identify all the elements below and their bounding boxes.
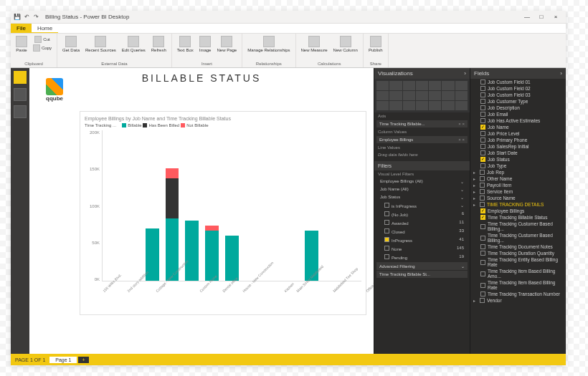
field-item[interactable]: Time Tracking Transaction Number xyxy=(470,291,566,297)
viz-type-icon[interactable] xyxy=(455,81,468,90)
qat-save-icon[interactable]: 💾 xyxy=(14,14,21,21)
viz-type-icon[interactable] xyxy=(455,101,468,110)
viz-type-icon[interactable] xyxy=(429,101,441,110)
bar-column xyxy=(222,236,242,281)
field-item[interactable]: ▸Service Item xyxy=(470,188,566,195)
field-item[interactable]: Job Email xyxy=(470,111,566,117)
tab-file[interactable]: File xyxy=(11,24,32,33)
add-page-button[interactable]: + xyxy=(78,357,88,363)
collapse-icon[interactable]: › xyxy=(560,70,562,77)
viz-type-icon[interactable] xyxy=(389,101,402,110)
viz-type-icon[interactable] xyxy=(416,81,428,90)
filter-item[interactable]: Pending19 xyxy=(374,253,470,261)
viz-type-icon[interactable] xyxy=(403,101,415,110)
text-box-button[interactable]: Text Box xyxy=(175,35,196,53)
field-item[interactable]: Job Customer Type xyxy=(470,98,566,105)
viz-type-icon[interactable] xyxy=(416,101,428,110)
manage-relationships-button[interactable]: Manage Relationships xyxy=(245,35,292,53)
field-item[interactable]: ▸Vendor xyxy=(470,297,566,304)
advanced-filtering[interactable]: Advanced Filtering⌄ xyxy=(376,262,468,270)
field-item[interactable]: Time Tracking Entity Based Billing Rate xyxy=(470,256,566,268)
field-item[interactable]: Job Start Date xyxy=(470,150,566,156)
filter-item[interactable]: Job Status⌄ xyxy=(374,193,470,201)
field-item[interactable]: Time Tracking Document Notes xyxy=(470,244,566,250)
edit-queries-button[interactable]: Edit Queries xyxy=(120,35,148,53)
data-view-button[interactable] xyxy=(14,88,27,101)
minimize-button[interactable]: — xyxy=(520,14,534,20)
field-item[interactable]: Job Primary Phone xyxy=(470,137,566,143)
page-tab[interactable]: Page 1 xyxy=(49,357,77,363)
viz-type-icon[interactable] xyxy=(442,101,454,110)
report-view-button[interactable] xyxy=(14,71,27,84)
field-item[interactable]: Time Tracking Billable Status xyxy=(470,214,566,221)
filter-item[interactable]: InProgress41 xyxy=(374,236,470,244)
field-item[interactable]: Job Type xyxy=(470,163,566,169)
viz-type-icon[interactable] xyxy=(389,81,402,90)
field-item[interactable]: Job Custom Field 01 xyxy=(470,79,566,85)
viz-type-icon[interactable] xyxy=(403,91,415,100)
field-item[interactable]: Job SalesRep Initial xyxy=(470,143,566,150)
close-button[interactable]: × xyxy=(549,14,563,20)
column-field-well[interactable]: Employee Billings× × xyxy=(376,136,468,143)
chart-visual[interactable]: Employee Billings by Job Name and Time T… xyxy=(80,111,366,315)
field-item[interactable]: Job Has Active Estimates xyxy=(470,117,566,124)
line-well-placeholder[interactable]: Drag data fields here xyxy=(374,151,470,158)
viz-type-icon[interactable] xyxy=(389,91,402,100)
field-item[interactable]: ▸Job Rep xyxy=(470,169,566,175)
cut-button[interactable]: Cut xyxy=(31,35,54,44)
refresh-button[interactable]: Refresh xyxy=(149,35,169,53)
viz-type-icon[interactable] xyxy=(442,91,454,100)
qat-undo-icon[interactable]: ↶ xyxy=(23,14,30,21)
filter-item[interactable]: (No Job)6 xyxy=(374,210,470,218)
field-item[interactable]: Job Price Level xyxy=(470,130,566,137)
recent-sources-button[interactable]: Recent Sources xyxy=(83,35,118,53)
viz-type-icon[interactable] xyxy=(455,91,468,100)
field-item[interactable]: Job Name xyxy=(470,124,566,130)
new-column-button[interactable]: New Column xyxy=(331,35,360,53)
filter-item[interactable]: Employee Billings (All)⌄ xyxy=(374,178,470,185)
tab-home[interactable]: Home xyxy=(32,24,58,33)
field-item[interactable]: Time Tracking Item Based Billing Amo... xyxy=(470,268,566,279)
new-measure-button[interactable]: New Measure xyxy=(299,35,330,53)
axis-field-well[interactable]: Time Tracking Billable...× × xyxy=(376,120,468,127)
viz-type-icon[interactable] xyxy=(429,81,441,90)
field-item[interactable]: ▸Other Name xyxy=(470,175,566,182)
viz-gallery[interactable] xyxy=(374,79,470,112)
new-page-button[interactable]: New Page xyxy=(214,35,239,53)
paste-button[interactable]: Paste xyxy=(14,35,29,53)
filter-item[interactable]: Awarded11 xyxy=(374,218,470,227)
field-item[interactable]: Time Tracking Customer Based Billing... xyxy=(470,232,566,244)
field-item[interactable]: ▸Payroll Item xyxy=(470,182,566,188)
filter-item[interactable]: None145 xyxy=(374,244,470,253)
viz-type-icon[interactable] xyxy=(376,81,389,90)
field-item[interactable]: Time Tracking Duration Quantity xyxy=(470,250,566,256)
copy-button[interactable]: Copy xyxy=(31,44,54,52)
viz-type-icon[interactable] xyxy=(403,81,415,90)
filter-field-bottom[interactable]: Time Tracking Billable St... xyxy=(376,271,468,278)
field-item[interactable]: ▸TIME TRACKING DETAILS xyxy=(470,201,566,208)
publish-button[interactable]: Publish xyxy=(366,35,385,53)
field-item[interactable]: Time Tracking Customer Based Billing... xyxy=(470,221,566,232)
field-item[interactable]: Job Status xyxy=(470,156,566,163)
maximize-button[interactable]: □ xyxy=(534,14,549,20)
viz-type-icon[interactable] xyxy=(416,91,428,100)
field-item[interactable]: Job Custom Field 02 xyxy=(470,85,566,92)
get-data-button[interactable]: Get Data xyxy=(60,35,82,53)
viz-type-icon[interactable] xyxy=(429,91,441,100)
image-button[interactable]: Image xyxy=(197,35,214,53)
viz-type-icon[interactable] xyxy=(376,91,389,100)
filter-item[interactable]: Job Name (All)⌄ xyxy=(374,185,470,193)
collapse-icon[interactable]: › xyxy=(464,70,466,77)
field-item[interactable]: Job Custom Field 03 xyxy=(470,92,566,98)
viz-type-icon[interactable] xyxy=(376,101,389,110)
field-item[interactable]: Job Description xyxy=(470,105,566,111)
field-item[interactable]: ▸Source Name xyxy=(470,195,566,201)
model-view-button[interactable] xyxy=(14,105,27,118)
filter-item[interactable]: Closed33 xyxy=(374,227,470,236)
report-canvas[interactable]: qqube BILLABLE STATUS Employee Billings … xyxy=(29,68,374,354)
qat-redo-icon[interactable]: ↷ xyxy=(32,14,39,21)
filter-item[interactable]: is InProgress⌄ xyxy=(374,201,470,210)
field-item[interactable]: Time Tracking Item Based Billing Rate xyxy=(470,279,566,291)
viz-type-icon[interactable] xyxy=(442,81,454,90)
field-item[interactable]: Employee Billings xyxy=(470,208,566,214)
